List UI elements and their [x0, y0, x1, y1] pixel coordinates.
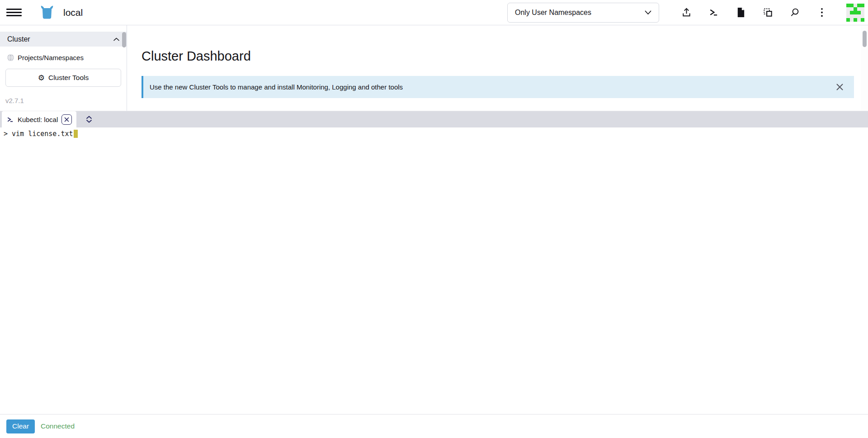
close-icon [64, 117, 69, 122]
terminal-prompt-line: > vim license.txt [4, 130, 73, 138]
chevron-down-icon [645, 10, 651, 15]
search-button[interactable] [787, 4, 802, 22]
globe-icon [7, 54, 14, 61]
rancher-app: local Only User Namespaces [0, 0, 868, 438]
tab-kubectl-local[interactable]: Kubectl: local [2, 111, 76, 127]
docs-icon [736, 7, 745, 18]
tab-label: Kubectl: local [18, 116, 58, 123]
sidebar-item-label: Projects/Namespaces [18, 54, 84, 61]
import-yaml-icon [763, 7, 773, 18]
banner-close-button[interactable] [834, 82, 845, 93]
search-icon [790, 7, 800, 18]
main-menu-button[interactable] [6, 5, 22, 20]
user-avatar[interactable] [846, 4, 864, 22]
clear-button[interactable]: Clear [6, 419, 35, 433]
upload-button[interactable] [679, 4, 694, 22]
header-left: local [6, 4, 83, 22]
version-label: v2.7.1 [5, 97, 127, 104]
sidebar-scrollbar-thumb[interactable] [122, 32, 126, 47]
kebab-menu-button[interactable] [814, 4, 830, 22]
upload-icon [681, 7, 692, 18]
tab-close-button[interactable] [61, 114, 72, 125]
docs-button[interactable] [733, 4, 748, 22]
connection-status: Connected [41, 422, 75, 430]
close-icon [836, 83, 844, 91]
menu-icon [6, 9, 22, 10]
terminal-panel: Kubectl: local > vim license.txt Clear C… [0, 111, 868, 438]
cluster-tools-label: Cluster Tools [48, 74, 89, 82]
unfold-vertical-icon [86, 115, 92, 123]
terminal-resize-button[interactable] [83, 111, 95, 127]
terminal-cursor [74, 130, 78, 138]
terminal-footer: Clear Connected [0, 414, 868, 438]
chevron-up-icon [113, 38, 119, 41]
kubectl-shell-icon [6, 116, 14, 123]
gear-icon: ⚙ [38, 74, 45, 82]
section-label: Cluster [7, 35, 30, 43]
info-banner: Use the new Cluster Tools to manage and … [142, 76, 854, 98]
import-yaml-button[interactable] [760, 4, 775, 22]
kubectl-shell-button[interactable] [706, 4, 721, 22]
terminal-tabbar: Kubectl: local [0, 111, 868, 127]
sidebar-section-cluster[interactable]: Cluster [0, 32, 127, 47]
namespace-filter-value: Only User Namespaces [515, 9, 591, 17]
cluster-name: local [63, 7, 83, 18]
page-title: Cluster Dashboard [142, 49, 854, 64]
header: local Only User Namespaces [0, 0, 868, 25]
namespace-filter-select[interactable]: Only User Namespaces [507, 3, 659, 23]
cluster-tools-button[interactable]: ⚙ Cluster Tools [5, 69, 121, 87]
terminal-output[interactable]: > vim license.txt [0, 127, 868, 414]
kubectl-shell-icon [708, 7, 719, 18]
header-right: Only User Namespaces [507, 3, 864, 23]
rancher-logo[interactable] [38, 4, 56, 22]
kebab-menu-icon [821, 7, 823, 18]
page-scrollbar-thumb[interactable] [863, 31, 867, 47]
sidebar-item-projects-namespaces[interactable]: Projects/Namespaces [0, 52, 127, 63]
info-banner-text: Use the new Cluster Tools to manage and … [150, 83, 403, 91]
